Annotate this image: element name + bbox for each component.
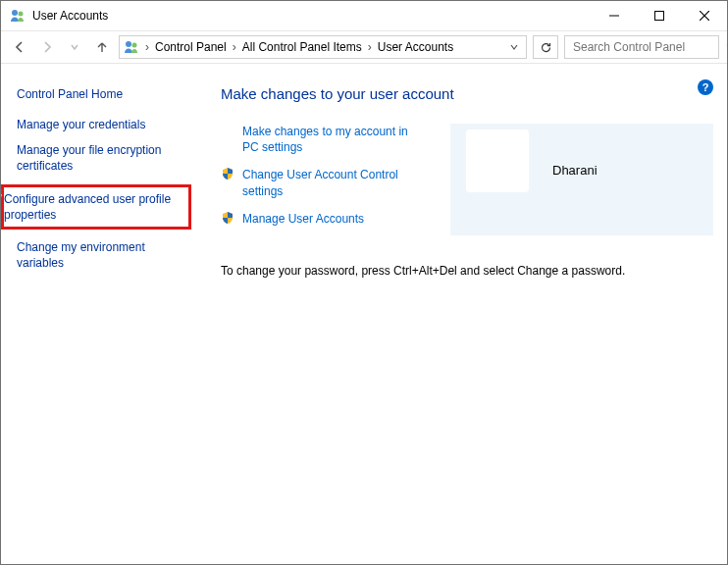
action-manage-users[interactable]: Manage User Accounts <box>221 211 427 227</box>
sidebar-link-label: Manage your file encryption certificates <box>17 143 161 173</box>
svg-point-6 <box>126 41 131 47</box>
actions-list: Make changes to my account in PC setting… <box>221 124 427 238</box>
user-accounts-icon <box>9 7 26 25</box>
search-box[interactable] <box>564 35 719 59</box>
help-icon[interactable]: ? <box>698 79 713 95</box>
action-label: Make changes to my account in PC setting… <box>242 124 427 155</box>
action-label: Change User Account Control settings <box>242 167 427 198</box>
password-note: To change your password, press Ctrl+Alt+… <box>221 264 713 278</box>
back-button[interactable] <box>9 36 30 58</box>
sidebar-link-credentials[interactable]: Manage your credentials <box>17 117 187 132</box>
sidebar-link-label: Configure advanced user profile properti… <box>4 192 171 222</box>
action-label: Manage User Accounts <box>242 211 427 227</box>
window-controls <box>592 1 727 30</box>
sidebar-link-file-encryption[interactable]: Manage your file encryption certificates <box>17 142 187 174</box>
user-accounts-icon <box>124 39 139 55</box>
svg-point-7 <box>132 43 137 48</box>
titlebar: User Accounts <box>1 1 727 30</box>
shield-icon <box>0 187 4 201</box>
svg-rect-3 <box>655 12 664 21</box>
chevron-right-icon[interactable]: › <box>366 40 374 54</box>
sidebar-link-advanced-profile[interactable]: Configure advanced user profile properti… <box>1 184 191 230</box>
svg-point-0 <box>12 10 18 16</box>
breadcrumb-all-items[interactable]: All Control Panel Items <box>240 40 364 54</box>
history-dropdown[interactable] <box>64 36 85 58</box>
breadcrumb-user-accounts[interactable]: User Accounts <box>376 40 455 54</box>
chevron-right-icon[interactable]: › <box>231 40 238 54</box>
toolbar: › Control Panel › All Control Panel Item… <box>1 30 727 64</box>
sidebar-title[interactable]: Control Panel Home <box>17 87 187 101</box>
minimize-button[interactable] <box>592 1 637 30</box>
maximize-button[interactable] <box>637 1 682 30</box>
sidebar-link-label: Manage your credentials <box>17 118 145 131</box>
refresh-button[interactable] <box>533 35 558 59</box>
close-button[interactable] <box>682 1 727 30</box>
breadcrumb-control-panel[interactable]: Control Panel <box>153 40 229 54</box>
chevron-down-icon[interactable] <box>506 43 522 51</box>
shield-icon <box>221 211 234 225</box>
user-card: Dharani <box>450 124 713 235</box>
window-title: User Accounts <box>32 9 592 23</box>
page-heading: Make changes to your user account <box>221 85 713 102</box>
chevron-right-icon[interactable]: › <box>143 40 151 54</box>
addressbar[interactable]: › Control Panel › All Control Panel Item… <box>119 35 527 59</box>
main-content: ? Make changes to your user account Make… <box>197 79 727 564</box>
sidebar-link-env-variables[interactable]: Change my environment variables <box>17 239 187 271</box>
search-input[interactable] <box>571 39 722 55</box>
sidebar: Control Panel Home Manage your credentia… <box>1 79 197 564</box>
shield-icon <box>221 167 234 180</box>
sidebar-link-label: Change my environment variables <box>17 240 145 270</box>
action-uac-settings[interactable]: Change User Account Control settings <box>221 167 427 198</box>
avatar <box>466 129 529 192</box>
svg-point-1 <box>19 12 24 17</box>
action-pc-settings[interactable]: Make changes to my account in PC setting… <box>221 124 427 155</box>
user-name: Dharani <box>552 163 598 178</box>
forward-button[interactable] <box>36 36 58 58</box>
up-button[interactable] <box>91 36 113 58</box>
